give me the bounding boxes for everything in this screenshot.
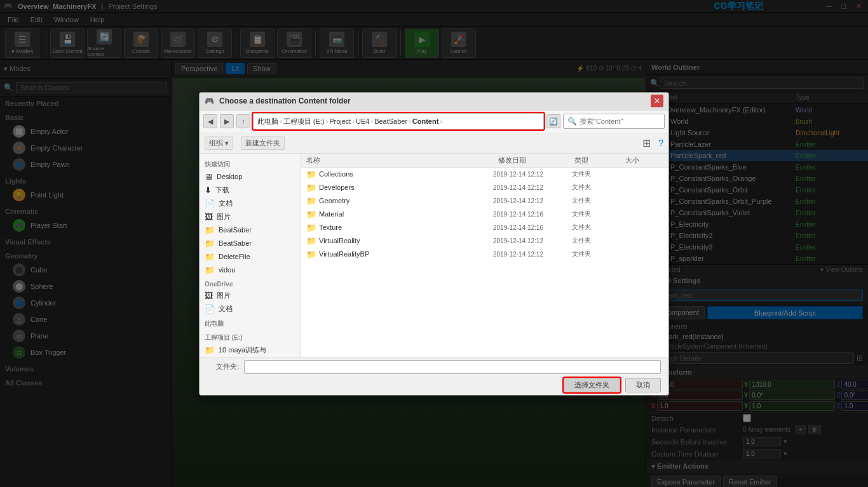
file-row-vr[interactable]: 📁 VirtualReality 2019-12-14 12:12 文件夹 bbox=[301, 234, 668, 248]
file-type-mat: 文件夹 bbox=[572, 210, 623, 218]
dialog-nav: ◀ ▶ ↑ 此电脑 › 工程项目 (E:) › Project › UE4 › … bbox=[200, 110, 668, 133]
sidebar-del-label: DeleteFile bbox=[219, 253, 250, 260]
breadcrumb-pc[interactable]: 此电脑 bbox=[257, 117, 278, 126]
file-type-vrbp: 文件夹 bbox=[572, 250, 623, 258]
breadcrumb-project-e[interactable]: 工程项目 (E:) bbox=[283, 117, 325, 126]
help-icon[interactable]: ? bbox=[658, 138, 663, 148]
file-date-vr: 2019-12-14 12:12 bbox=[493, 237, 569, 244]
nav-back-button[interactable]: ◀ bbox=[203, 114, 217, 128]
sidebar-item-pictures[interactable]: 🖼 图片 bbox=[200, 210, 301, 223]
sidebar-group-drive: 工程项目 (E:) bbox=[200, 332, 301, 344]
dialog-filename-label: 文件夹: bbox=[207, 362, 239, 371]
file-date-vrbp: 2019-12-14 12:12 bbox=[493, 251, 569, 258]
dialog-filename-row: 文件夹: bbox=[207, 360, 661, 374]
dialog-title: Choose a destination Content folder bbox=[219, 97, 646, 105]
file-type-geom: 文件夹 bbox=[572, 196, 623, 205]
sidebar-item-maya[interactable]: 📁 10 maya训练与 bbox=[200, 344, 301, 357]
col-date[interactable]: 修改日期 bbox=[498, 156, 574, 165]
dialog-body: 快速访问 🖥 Desktop ⬇ 下载 📄 文档 🖼 图片 bbox=[200, 154, 668, 357]
sidebar-item-desktop[interactable]: 🖥 Desktop bbox=[200, 170, 301, 183]
file-date-col: 2019-12-14 12:12 bbox=[493, 171, 569, 178]
dialog-file-list: 名称 修改日期 类型 大小 📁 Collections 2019-12-14 1… bbox=[301, 154, 668, 357]
file-name-geom: Geometry bbox=[319, 197, 491, 204]
file-name-vrbp: VirtualRealityBP bbox=[319, 250, 491, 258]
sidebar-item-vidou[interactable]: 📁 vidou bbox=[200, 264, 301, 277]
col-name[interactable]: 名称 bbox=[306, 156, 498, 165]
breadcrumb-content[interactable]: Content bbox=[412, 117, 439, 125]
file-type-col: 文件夹 bbox=[572, 170, 623, 178]
folder-icon-col: 📁 bbox=[306, 170, 316, 179]
file-row-material[interactable]: 📁 Material 2019-12-14 12:16 文件夹 bbox=[301, 208, 668, 221]
maya-icon: 📁 bbox=[205, 345, 215, 355]
file-type-dev: 文件夹 bbox=[572, 183, 623, 192]
view-toggle-icon[interactable]: ⊞ bbox=[642, 137, 651, 149]
sidebar-od-pictures-label: 图片 bbox=[217, 291, 231, 300]
dialog-files-header: 名称 修改日期 类型 大小 bbox=[301, 154, 668, 168]
file-row-developers[interactable]: 📁 Developers 2019-12-14 12:12 文件夹 bbox=[301, 181, 668, 194]
sidebar-od-docs-label: 文档 bbox=[219, 304, 233, 314]
dialog-toolbar: 组织 ▾ 新建文件夹 ⊞ ? bbox=[200, 133, 668, 154]
sidebar-desktop-label: Desktop bbox=[217, 173, 242, 180]
new-folder-button[interactable]: 新建文件夹 bbox=[241, 137, 285, 150]
folder-icon-del: 📁 bbox=[205, 252, 215, 262]
dialog-footer: 文件夹: 选择文件夹 取消 bbox=[200, 357, 668, 395]
folder-icon-vr: 📁 bbox=[306, 236, 316, 246]
folder-icon-tex: 📁 bbox=[306, 223, 316, 232]
sidebar-maya-label: 10 maya训练与 bbox=[219, 345, 266, 355]
organize-button[interactable]: 组织 ▾ bbox=[205, 137, 233, 150]
folder-icon-vrbp: 📁 bbox=[306, 250, 316, 259]
sidebar-bs2-label: BeatSaber bbox=[219, 239, 252, 247]
dialog-search-icon: 🔍 bbox=[567, 117, 577, 126]
file-chooser-dialog: 🎮 Choose a destination Content folder ✕ … bbox=[199, 92, 669, 396]
sidebar-item-od-pictures[interactable]: 🖼 图片 bbox=[200, 289, 301, 302]
sidebar-item-deletefile[interactable]: 📁 DeleteFile bbox=[200, 250, 301, 264]
dialog-titlebar: 🎮 Choose a destination Content folder ✕ bbox=[200, 93, 668, 110]
sidebar-item-downloads[interactable]: ⬇ 下载 bbox=[200, 183, 301, 197]
file-name-mat: Material bbox=[319, 210, 491, 218]
file-row-texture[interactable]: 📁 Texture 2019-12-14 12:16 文件夹 bbox=[301, 221, 668, 234]
nav-up-button[interactable]: ↑ bbox=[236, 114, 250, 128]
breadcrumb-ue4[interactable]: UE4 bbox=[356, 117, 369, 125]
sidebar-item-documents[interactable]: 📄 文档 bbox=[200, 197, 301, 210]
dialog-buttons-row: 选择文件夹 取消 bbox=[207, 378, 661, 392]
sidebar-vidou-label: vidou bbox=[219, 266, 235, 274]
nav-forward-button[interactable]: ▶ bbox=[220, 114, 234, 128]
dialog-sidebar: 快速访问 🖥 Desktop ⬇ 下载 📄 文档 🖼 图片 bbox=[200, 154, 301, 357]
folder-icon-geom: 📁 bbox=[306, 196, 316, 206]
dialog-close-button[interactable]: ✕ bbox=[651, 95, 663, 107]
documents-icon: 📄 bbox=[205, 199, 215, 208]
od-pictures-icon: 🖼 bbox=[205, 291, 213, 300]
file-name-tex: Texture bbox=[319, 223, 491, 231]
dialog-overlay: 🎮 Choose a destination Content folder ✕ … bbox=[0, 0, 868, 487]
dialog-filename-input[interactable] bbox=[244, 360, 661, 374]
file-row-vrbp[interactable]: 📁 VirtualRealityBP 2019-12-14 12:12 文件夹 bbox=[301, 248, 668, 261]
file-row-geometry[interactable]: 📁 Geometry 2019-12-14 12:12 文件夹 bbox=[301, 194, 668, 208]
breadcrumb-beatsaber[interactable]: BeatSaber bbox=[374, 117, 407, 125]
sidebar-item-beatsaber-1[interactable]: 📁 BeatSaber bbox=[200, 223, 301, 237]
file-name-dev: Developers bbox=[319, 183, 491, 191]
file-date-geom: 2019-12-14 12:12 bbox=[493, 197, 569, 204]
pictures-icon: 🖼 bbox=[205, 212, 213, 222]
nav-refresh-button[interactable]: 🔄 bbox=[546, 114, 560, 128]
downloads-icon: ⬇ bbox=[205, 185, 212, 195]
dialog-search-input[interactable] bbox=[580, 117, 667, 125]
desktop-icon: 🖥 bbox=[205, 172, 213, 182]
dialog-ue4-icon: 🎮 bbox=[205, 97, 214, 105]
dialog-cancel-button[interactable]: 取消 bbox=[625, 378, 661, 392]
od-docs-icon: 📄 bbox=[205, 304, 215, 314]
dialog-select-button[interactable]: 选择文件夹 bbox=[564, 378, 620, 392]
file-row-collections[interactable]: 📁 Collections 2019-12-14 12:12 文件夹 bbox=[301, 168, 668, 181]
file-name-vr: VirtualReality bbox=[319, 237, 491, 244]
file-type-tex: 文件夹 bbox=[572, 223, 623, 232]
col-size[interactable]: 大小 bbox=[625, 156, 663, 165]
folder-icon-vidou: 📁 bbox=[205, 265, 215, 275]
file-date-tex: 2019-12-14 12:16 bbox=[493, 224, 569, 231]
col-type[interactable]: 类型 bbox=[574, 156, 625, 165]
sidebar-item-beatsaber-2[interactable]: 📁 BeatSaber bbox=[200, 237, 301, 250]
sidebar-group-quick: 快速访问 bbox=[200, 159, 301, 170]
folder-icon-bs2: 📁 bbox=[205, 239, 215, 248]
breadcrumb-project[interactable]: Project bbox=[329, 117, 351, 125]
sidebar-item-od-docs[interactable]: 📄 文档 bbox=[200, 302, 301, 316]
sidebar-bs1-label: BeatSaber bbox=[219, 226, 252, 234]
sidebar-group-onedrive: OneDrive bbox=[200, 279, 301, 289]
